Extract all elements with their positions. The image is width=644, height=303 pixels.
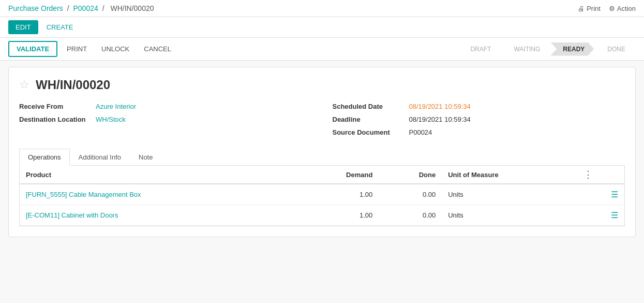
table-row: [E-COM11] Cabinet with Doors 1.00 0.00 U… [20, 205, 624, 226]
scheduled-date-group: Scheduled Date 08/19/2021 10:59:34 [333, 103, 625, 110]
cell-uom: Units [442, 184, 577, 205]
status-ready: READY [550, 42, 594, 56]
col-demand: Demand [295, 166, 379, 184]
breadcrumb-purchase-orders[interactable]: Purchase Orders [8, 4, 63, 12]
col-done: Done [379, 166, 442, 184]
destination-label: Destination Location [19, 116, 92, 123]
deadline-group: Deadline 08/19/2021 10:59:34 [333, 116, 625, 123]
receive-from-value[interactable]: Azure Interior [96, 103, 136, 110]
print-icon: 🖨 [578, 5, 585, 12]
receive-from-label: Receive From [19, 103, 92, 110]
action-toolbar: VALIDATE PRINT UNLOCK CANCEL DRAFT WAITI… [0, 38, 644, 61]
main-content: ☆ WH/IN/00020 Receive From Azure Interio… [8, 67, 636, 237]
cell-demand: 1.00 [295, 184, 379, 205]
create-button[interactable]: CREATE [42, 20, 78, 34]
breadcrumb-sep1: / [67, 4, 69, 12]
product-link[interactable]: [E-COM11] Cabinet with Doors [26, 211, 118, 219]
cell-done: 0.00 [379, 184, 442, 205]
col-product: Product [20, 166, 295, 184]
table-options-button[interactable]: ⋮ [583, 170, 593, 179]
cell-done: 0.00 [379, 205, 442, 226]
status-draft: DRAFT [458, 42, 500, 56]
toolbar: EDIT CREATE [0, 17, 644, 38]
top-bar: Purchase Orders / P00024 / WH/IN/00020 🖨… [0, 0, 644, 17]
status-done: DONE [595, 42, 635, 56]
tab-additional-info[interactable]: Additional Info [70, 149, 130, 165]
top-actions: 🖨 Print ⚙ Action [578, 5, 636, 12]
form-grid: Receive From Azure Interior Destination … [19, 103, 625, 136]
breadcrumb: Purchase Orders / P00024 / WH/IN/00020 [8, 4, 156, 12]
tabs: Operations Additional Info Note [19, 149, 625, 166]
cell-demand: 1.00 [295, 205, 379, 226]
scheduled-date-value: 08/19/2021 10:59:34 [409, 103, 471, 110]
status-bar: DRAFT WAITING READY DONE [458, 42, 636, 56]
source-doc-value: P00024 [409, 128, 432, 136]
cell-uom: Units [442, 205, 577, 226]
tab-operations[interactable]: Operations [19, 149, 70, 166]
action-button[interactable]: ⚙ Action [609, 5, 636, 12]
col-options: ⋮ [577, 166, 624, 184]
cell-list-icon: ☰ [577, 184, 624, 205]
print-action-button[interactable]: PRINT [62, 42, 92, 56]
source-doc-group: Source Document P00024 [333, 128, 625, 136]
cell-list-icon: ☰ [577, 205, 624, 226]
destination-group: Destination Location WH/Stock [19, 116, 312, 123]
cell-product: [FURN_5555] Cable Management Box [20, 184, 295, 205]
favorite-icon[interactable]: ☆ [19, 78, 29, 92]
validate-button[interactable]: VALIDATE [8, 41, 57, 57]
destination-value[interactable]: WH/Stock [96, 116, 126, 123]
breadcrumb-sep2: / [102, 4, 104, 12]
receive-from-group: Receive From Azure Interior [19, 103, 312, 110]
table-wrapper: Product Demand Done Unit of Measure ⋮ [F… [19, 166, 625, 226]
doc-header: ☆ WH/IN/00020 [19, 78, 625, 92]
left-fields: Receive From Azure Interior Destination … [19, 103, 312, 136]
scheduled-date-label: Scheduled Date [333, 103, 405, 110]
product-link[interactable]: [FURN_5555] Cable Management Box [26, 191, 141, 198]
operations-table: Product Demand Done Unit of Measure ⋮ [F… [20, 166, 624, 226]
source-doc-label: Source Document [333, 128, 405, 136]
breadcrumb-current: WH/IN/00020 [110, 4, 154, 12]
col-uom: Unit of Measure [442, 166, 577, 184]
breadcrumb-p00024[interactable]: P00024 [73, 4, 98, 12]
detail-icon-button[interactable]: ☰ [611, 210, 618, 220]
right-fields: Scheduled Date 08/19/2021 10:59:34 Deadl… [333, 103, 625, 136]
deadline-value: 08/19/2021 10:59:34 [409, 116, 471, 123]
table-row: [FURN_5555] Cable Management Box 1.00 0.… [20, 184, 624, 205]
unlock-button[interactable]: UNLOCK [96, 42, 134, 56]
print-button[interactable]: 🖨 Print [578, 5, 601, 12]
gear-icon: ⚙ [609, 5, 615, 12]
cancel-button[interactable]: CANCEL [139, 42, 176, 56]
edit-button[interactable]: EDIT [8, 20, 38, 34]
detail-icon-button[interactable]: ☰ [611, 190, 618, 199]
tab-note[interactable]: Note [130, 149, 161, 165]
cell-product: [E-COM11] Cabinet with Doors [20, 205, 295, 226]
deadline-label: Deadline [333, 116, 405, 123]
doc-title: WH/IN/00020 [36, 78, 110, 92]
status-waiting: WAITING [501, 42, 549, 56]
